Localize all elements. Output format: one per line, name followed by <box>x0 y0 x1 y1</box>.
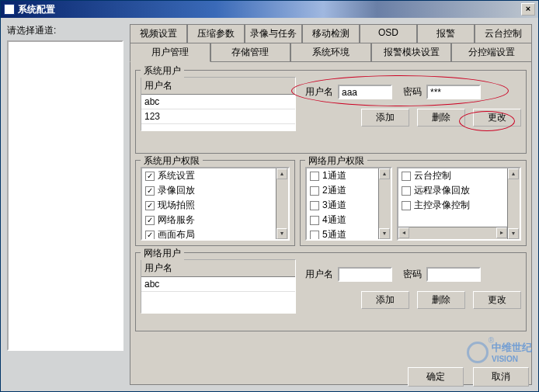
checkbox-icon[interactable] <box>402 186 411 196</box>
net-perm-control-list[interactable]: 云台控制 远程录像回放 主控录像控制 ▴▾ ◂▸ <box>397 167 521 241</box>
tab-subcontrol[interactable]: 分控端设置 <box>451 43 532 62</box>
table-row[interactable]: 123 <box>141 109 295 124</box>
group-system-user-title: 系统用户 <box>141 64 184 78</box>
tabs-row-2: 用户管理 存储管理 系统环境 报警模块设置 分控端设置 <box>130 43 532 62</box>
tab-record-task[interactable]: 录像与任务 <box>245 24 302 43</box>
close-button[interactable]: × <box>521 3 535 16</box>
checkbox-icon[interactable] <box>310 231 319 240</box>
tab-storage[interactable]: 存储管理 <box>210 43 291 62</box>
app-icon <box>4 4 15 15</box>
netuser-password-input[interactable] <box>426 267 481 282</box>
sysuser-password-label: 密码 <box>403 85 422 99</box>
tab-user-mgmt[interactable]: 用户管理 <box>130 43 210 62</box>
sysuser-modify-button[interactable]: 更改 <box>473 109 521 127</box>
sysuser-delete-button[interactable]: 删除 <box>417 109 465 127</box>
group-sys-perm: 系统用户权限 ✓系统设置 ✓录像回放 ✓现场拍照 ✓网络服务 ✓画面布局 ▴▾ <box>135 160 295 246</box>
table-row[interactable]: abc <box>141 277 295 292</box>
tab-osd[interactable]: OSD <box>360 24 417 43</box>
sysuser-password-input[interactable] <box>426 85 481 99</box>
ok-button[interactable]: 确定 <box>408 367 464 387</box>
titlebar: 系统配置 × <box>1 1 538 18</box>
sysuser-add-button[interactable]: 添加 <box>361 109 409 127</box>
scrollbar[interactable]: ▴▾ <box>276 168 288 239</box>
group-net-user-title: 网络用户 <box>141 247 184 260</box>
window-root: 系统配置 × 请选择通道: 视频设置 压缩参数 录像与任务 移动检测 OSD 报… <box>0 0 539 392</box>
sysuser-username-input[interactable] <box>338 85 392 99</box>
checkbox-icon[interactable] <box>310 172 319 181</box>
cancel-button[interactable]: 取消 <box>473 367 529 387</box>
sys-perm-list[interactable]: ✓系统设置 ✓录像回放 ✓现场拍照 ✓网络服务 ✓画面布局 ▴▾ <box>141 167 290 241</box>
tab-compress[interactable]: 压缩参数 <box>187 24 245 43</box>
sysuser-table[interactable]: 用户名 abc 123 <box>141 77 296 131</box>
tab-alarm-module[interactable]: 报警模块设置 <box>371 43 452 62</box>
netuser-modify-button[interactable]: 更改 <box>473 291 521 309</box>
netuser-delete-button[interactable]: 删除 <box>417 291 465 309</box>
sysuser-col-header: 用户名 <box>141 78 295 95</box>
netuser-add-button[interactable]: 添加 <box>361 291 409 309</box>
tab-motion[interactable]: 移动检测 <box>302 24 360 43</box>
tab-panel: 系统用户 用户名 abc 123 用户名 密 <box>130 62 532 385</box>
netuser-password-label: 密码 <box>403 268 422 281</box>
window-title: 系统配置 <box>18 3 55 16</box>
group-net-perm: 网络用户权限 1通道 2通道 3通道 4通道 5通道 ▴▾ <box>300 160 527 246</box>
checkbox-icon[interactable] <box>310 216 319 225</box>
scrollbar[interactable]: ▴▾ <box>507 168 520 239</box>
tabs-row-1: 视频设置 压缩参数 录像与任务 移动检测 OSD 报警 云台控制 <box>130 24 532 43</box>
tab-alarm[interactable]: 报警 <box>417 24 475 43</box>
checkbox-icon[interactable] <box>402 201 411 210</box>
netuser-col-header: 用户名 <box>141 260 295 277</box>
net-perm-channel-list[interactable]: 1通道 2通道 3通道 4通道 5通道 ▴▾ <box>305 167 392 241</box>
tab-sysenv[interactable]: 系统环境 <box>290 43 371 62</box>
scrollbar-h[interactable]: ◂▸ <box>398 227 507 239</box>
checkbox-icon[interactable]: ✓ <box>145 172 155 181</box>
checkbox-icon[interactable] <box>310 186 319 196</box>
checkbox-icon[interactable]: ✓ <box>145 201 155 210</box>
table-row[interactable]: abc <box>141 95 295 109</box>
tab-video[interactable]: 视频设置 <box>130 24 187 43</box>
netuser-username-label: 用户名 <box>305 268 333 281</box>
tab-ptz[interactable]: 云台控制 <box>475 24 532 43</box>
checkbox-icon[interactable]: ✓ <box>145 186 155 196</box>
netuser-table[interactable]: 用户名 abc <box>141 259 296 314</box>
group-sys-perm-title: 系统用户权限 <box>141 154 203 168</box>
group-net-perm-title: 网络用户权限 <box>305 154 367 168</box>
group-system-user: 系统用户 用户名 abc 123 用户名 密 <box>135 70 527 154</box>
netuser-username-input[interactable] <box>338 267 392 282</box>
checkbox-icon[interactable] <box>310 201 319 210</box>
scrollbar[interactable]: ▴▾ <box>378 168 391 239</box>
checkbox-icon[interactable]: ✓ <box>145 216 155 225</box>
sysuser-username-label: 用户名 <box>305 85 333 99</box>
checkbox-icon[interactable]: ✓ <box>145 231 155 240</box>
checkbox-icon[interactable] <box>402 172 411 181</box>
channel-select-label: 请选择通道: <box>7 24 123 37</box>
channel-list[interactable] <box>7 40 123 351</box>
group-net-user: 网络用户 用户名 abc 用户名 密码 <box>135 252 527 331</box>
